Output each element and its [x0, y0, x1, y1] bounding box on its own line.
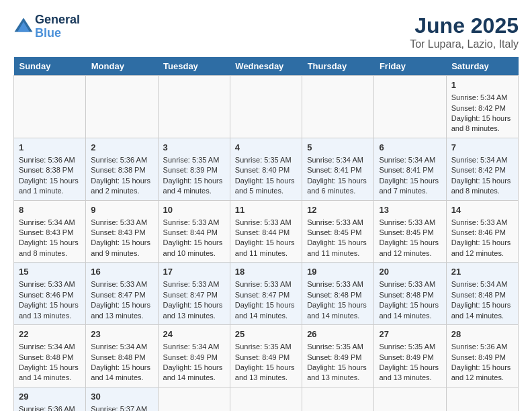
sunrise-text: Sunrise: 5:33 AM — [91, 280, 147, 288]
calendar-cell: 19Sunrise: 5:33 AMSunset: 8:48 PMDayligh… — [302, 263, 374, 325]
day-number: 1 — [19, 142, 81, 154]
sunrise-text: Sunrise: 5:33 AM — [163, 218, 220, 226]
calendar-cell: 6Sunrise: 5:34 AMSunset: 8:41 PMDaylight… — [374, 138, 446, 200]
calendar-cell: 5Sunrise: 5:34 AMSunset: 8:41 PMDaylight… — [302, 138, 374, 200]
sunset-text: Sunset: 8:48 PM — [307, 291, 361, 299]
calendar-cell: 29Sunrise: 5:36 AMSunset: 8:49 PMDayligh… — [14, 387, 86, 411]
day-number: 1 — [451, 79, 513, 91]
daylight-text: Daylight: 15 hours and 2 minutes. — [91, 177, 150, 195]
day-number: 24 — [163, 328, 225, 340]
calendar-week-1: 1Sunrise: 5:36 AMSunset: 8:38 PMDaylight… — [14, 138, 519, 200]
sunset-text: Sunset: 8:42 PM — [451, 166, 506, 174]
day-number: 20 — [379, 266, 441, 278]
daylight-text: Daylight: 15 hours and 8 minutes. — [19, 238, 79, 257]
calendar-cell — [374, 387, 446, 411]
daylight-text: Daylight: 15 hours and 4 minutes. — [163, 177, 223, 195]
sunrise-text: Sunrise: 5:34 AM — [379, 156, 435, 164]
calendar-week-2: 8Sunrise: 5:34 AMSunset: 8:43 PMDaylight… — [14, 200, 519, 263]
sunrise-text: Sunrise: 5:33 AM — [91, 218, 147, 226]
daylight-text: Daylight: 15 hours and 14 minutes. — [235, 301, 295, 319]
location-title: Tor Lupara, Lazio, Italy — [410, 38, 519, 50]
daylight-text: Daylight: 15 hours and 12 minutes. — [451, 238, 511, 257]
calendar-cell — [302, 387, 374, 411]
sunset-text: Sunset: 8:44 PM — [235, 228, 290, 236]
sunrise-text: Sunrise: 5:33 AM — [235, 218, 292, 226]
day-number: 9 — [91, 204, 152, 216]
sunrise-text: Sunrise: 5:36 AM — [19, 405, 75, 411]
day-header-wednesday: Wednesday — [230, 57, 302, 76]
day-number: 26 — [307, 328, 369, 340]
sunrise-text: Sunrise: 5:37 AM — [91, 405, 147, 411]
month-title: June 2025 — [410, 13, 519, 38]
sunset-text: Sunset: 8:45 PM — [379, 228, 433, 236]
calendar-cell — [374, 76, 446, 138]
day-number: 19 — [307, 266, 369, 278]
calendar-cell: 1Sunrise: 5:34 AMSunset: 8:42 PMDaylight… — [446, 76, 518, 138]
sunrise-text: Sunrise: 5:36 AM — [19, 156, 75, 164]
day-number: 27 — [379, 328, 441, 340]
calendar-cell: 3Sunrise: 5:35 AMSunset: 8:39 PMDaylight… — [158, 138, 230, 200]
sunrise-text: Sunrise: 5:35 AM — [307, 342, 363, 351]
calendar-cell — [86, 76, 158, 138]
calendar-cell: 12Sunrise: 5:33 AMSunset: 8:45 PMDayligh… — [302, 200, 374, 263]
sunrise-text: Sunrise: 5:34 AM — [163, 342, 220, 351]
calendar-cell: 27Sunrise: 5:35 AMSunset: 8:49 PMDayligh… — [374, 325, 446, 387]
daylight-text: Daylight: 15 hours and 7 minutes. — [379, 177, 439, 195]
sunset-text: Sunset: 8:46 PM — [451, 228, 506, 236]
calendar-week-4: 22Sunrise: 5:34 AMSunset: 8:48 PMDayligh… — [14, 325, 519, 387]
day-number: 22 — [19, 328, 81, 340]
day-number: 3 — [163, 142, 225, 154]
day-header-friday: Friday — [374, 57, 446, 76]
day-number: 8 — [19, 204, 81, 216]
calendar-cell: 24Sunrise: 5:34 AMSunset: 8:49 PMDayligh… — [158, 325, 230, 387]
daylight-text: Daylight: 15 hours and 14 minutes. — [19, 363, 79, 381]
sunrise-text: Sunrise: 5:36 AM — [91, 156, 147, 164]
sunrise-text: Sunrise: 5:35 AM — [379, 342, 435, 351]
calendar-week-0: 1Sunrise: 5:34 AMSunset: 8:42 PMDaylight… — [14, 76, 519, 138]
sunset-text: Sunset: 8:49 PM — [235, 353, 290, 361]
calendar-cell: 23Sunrise: 5:34 AMSunset: 8:48 PMDayligh… — [86, 325, 158, 387]
sunrise-text: Sunrise: 5:33 AM — [235, 280, 292, 288]
sunrise-text: Sunrise: 5:34 AM — [307, 156, 363, 164]
calendar-cell: 7Sunrise: 5:34 AMSunset: 8:42 PMDaylight… — [446, 138, 518, 200]
sunrise-text: Sunrise: 5:33 AM — [307, 280, 363, 288]
sunrise-text: Sunrise: 5:35 AM — [163, 156, 220, 164]
sunrise-text: Sunrise: 5:33 AM — [451, 218, 508, 226]
calendar-cell: 2Sunrise: 5:36 AMSunset: 8:38 PMDaylight… — [86, 138, 158, 200]
calendar-table: SundayMondayTuesdayWednesdayThursdayFrid… — [13, 57, 519, 411]
sunset-text: Sunset: 8:48 PM — [19, 353, 73, 361]
calendar-cell: 10Sunrise: 5:33 AMSunset: 8:44 PMDayligh… — [158, 200, 230, 263]
sunset-text: Sunset: 8:49 PM — [451, 353, 506, 361]
day-header-saturday: Saturday — [446, 57, 518, 76]
sunset-text: Sunset: 8:48 PM — [91, 353, 145, 361]
daylight-text: Daylight: 15 hours and 5 minutes. — [235, 177, 295, 195]
title-area: June 2025 Tor Lupara, Lazio, Italy — [410, 13, 519, 50]
page-header: GeneralBlue June 2025 Tor Lupara, Lazio,… — [13, 13, 519, 50]
logo: GeneralBlue — [13, 13, 80, 40]
day-number: 6 — [379, 142, 441, 154]
day-number: 2 — [91, 142, 152, 154]
daylight-text: Daylight: 15 hours and 13 minutes. — [235, 363, 295, 381]
sunset-text: Sunset: 8:49 PM — [307, 353, 361, 361]
sunset-text: Sunset: 8:41 PM — [307, 166, 361, 174]
calendar-cell: 20Sunrise: 5:33 AMSunset: 8:48 PMDayligh… — [374, 263, 446, 325]
daylight-text: Daylight: 15 hours and 1 minute. — [19, 177, 79, 195]
calendar-week-3: 15Sunrise: 5:33 AMSunset: 8:46 PMDayligh… — [14, 263, 519, 325]
sunset-text: Sunset: 8:44 PM — [163, 228, 218, 236]
day-number: 14 — [451, 204, 513, 216]
sunset-text: Sunset: 8:42 PM — [451, 104, 506, 112]
sunset-text: Sunset: 8:38 PM — [19, 166, 73, 174]
calendar-cell: 9Sunrise: 5:33 AMSunset: 8:43 PMDaylight… — [86, 200, 158, 263]
daylight-text: Daylight: 15 hours and 13 minutes. — [19, 301, 79, 319]
day-number: 12 — [307, 204, 369, 216]
calendar-cell: 26Sunrise: 5:35 AMSunset: 8:49 PMDayligh… — [302, 325, 374, 387]
day-number: 11 — [235, 204, 297, 216]
day-number: 28 — [451, 328, 513, 340]
sunset-text: Sunset: 8:45 PM — [307, 228, 361, 236]
calendar-body: 1Sunrise: 5:34 AMSunset: 8:42 PMDaylight… — [14, 76, 519, 412]
sunset-text: Sunset: 8:49 PM — [163, 353, 218, 361]
day-number: 16 — [91, 266, 152, 278]
calendar-cell — [158, 387, 230, 411]
calendar-header-row: SundayMondayTuesdayWednesdayThursdayFrid… — [14, 57, 519, 76]
daylight-text: Daylight: 15 hours and 13 minutes. — [379, 363, 439, 381]
